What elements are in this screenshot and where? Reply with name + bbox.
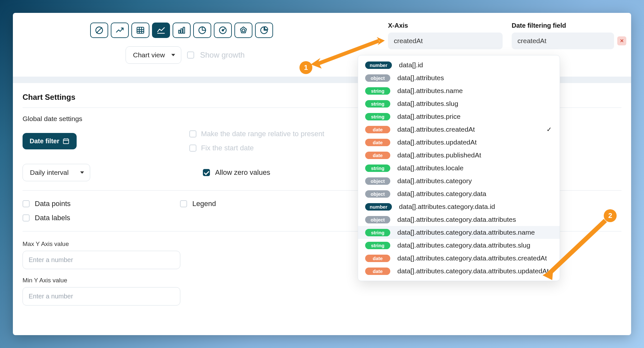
chart-type-table-icon[interactable] [131, 23, 149, 38]
field-path: data[].attributes.category.data.attribut… [397, 267, 549, 275]
field-option[interactable]: stringdata[].attributes.price [358, 110, 560, 123]
data-points-label: Data points [35, 200, 71, 208]
chart-type-line-icon[interactable] [111, 23, 129, 38]
fix-start-label: Fix the start date [201, 144, 254, 152]
settings-panel: Chart view Show growth Chart Settings Gl… [13, 13, 631, 335]
date-filter-button[interactable]: Date filter [23, 133, 77, 149]
field-option[interactable]: datedata[].attributes.category.data.attr… [358, 265, 560, 277]
date-filter-label: Date filter [30, 137, 59, 145]
relative-range-label: Make the date range relative to present [201, 130, 324, 138]
x-axis-heading: X-Axis [388, 22, 503, 29]
svg-rect-8 [179, 30, 180, 33]
field-path: data[].attributes.category.data.attribut… [397, 216, 538, 223]
date-filtering-value: createdAt [517, 37, 546, 44]
svg-rect-10 [183, 27, 185, 33]
field-path: data[].attributes.slug [397, 100, 538, 108]
allow-zero-label: Allow zero values [215, 168, 270, 177]
interval-label: Daily interval [30, 169, 69, 176]
field-path: data[].attributes.category.data.attribut… [397, 254, 547, 262]
data-labels-label: Data labels [35, 214, 70, 222]
data-labels-checkbox[interactable] [23, 214, 30, 221]
x-axis-field[interactable]: createdAt [388, 33, 503, 49]
legend-label: Legend [192, 200, 216, 208]
field-path: data[].attributes.updatedAt [397, 138, 538, 146]
field-path: data[].attributes.category.data.attribut… [397, 229, 538, 236]
field-path: data[].id [399, 61, 538, 69]
close-icon: ✕ [620, 38, 624, 44]
field-option[interactable]: objectdata[].attributes.category [358, 174, 560, 187]
chart-type-gauge-icon[interactable] [214, 23, 232, 38]
type-pill: number [365, 61, 392, 69]
x-axis-value: createdAt [394, 37, 423, 44]
field-path: data[].attributes [397, 74, 538, 82]
check-icon: ✓ [545, 126, 553, 133]
field-path: data[].attributes.createdAt [397, 126, 538, 133]
field-option[interactable]: stringdata[].attributes.category.data.at… [358, 226, 560, 239]
chart-type-pie-icon[interactable] [255, 23, 273, 38]
type-pill: date [365, 152, 390, 159]
chart-type-none-icon[interactable] [90, 23, 108, 38]
type-pill: string [365, 165, 390, 172]
allow-zero-checkbox[interactable] [203, 169, 210, 176]
type-pill: date [365, 139, 390, 146]
field-dropdown[interactable]: numberdata[].idobjectdata[].attributesst… [358, 55, 560, 281]
type-pill: number [365, 203, 392, 211]
type-pill: date [365, 255, 390, 262]
field-option[interactable]: numberdata[].id [358, 59, 560, 71]
max-y-input[interactable] [23, 251, 180, 269]
type-pill: object [365, 216, 390, 223]
svg-rect-9 [181, 29, 183, 33]
field-option[interactable]: stringdata[].attributes.name [358, 84, 560, 97]
date-filtering-field[interactable]: createdAt [512, 33, 614, 49]
svg-rect-2 [137, 27, 144, 33]
show-growth-label: Show growth [200, 51, 245, 60]
type-pill: string [365, 242, 390, 249]
axis-config-area: X-Axis createdAt Date filtering field cr… [388, 22, 626, 281]
data-points-checkbox[interactable] [23, 200, 30, 207]
type-pill: string [365, 113, 390, 120]
field-option[interactable]: objectdata[].attributes [358, 71, 560, 84]
field-path: data[].attributes.publishedAt [397, 151, 538, 159]
svg-line-1 [97, 28, 102, 33]
type-pill: date [365, 268, 390, 275]
type-pill: object [365, 177, 390, 185]
remove-date-filter-button[interactable]: ✕ [617, 36, 626, 45]
chart-view-select[interactable]: Chart view [126, 46, 181, 64]
fix-start-checkbox[interactable] [189, 145, 196, 152]
field-option[interactable]: stringdata[].attributes.slug [358, 97, 560, 110]
legend-checkbox[interactable] [180, 200, 187, 207]
chart-type-bar-icon[interactable] [173, 23, 191, 38]
field-path: data[].attributes.price [397, 113, 538, 120]
type-pill: string [365, 100, 390, 108]
min-y-input[interactable] [23, 287, 180, 306]
show-growth-checkbox[interactable] [187, 52, 194, 59]
field-option[interactable]: datedata[].attributes.updatedAt [358, 136, 560, 149]
field-option[interactable]: objectdata[].attributes.category.data.at… [358, 213, 560, 226]
field-path: data[].attributes.category.data.attribut… [397, 241, 538, 249]
chart-type-donut-icon[interactable] [193, 23, 211, 38]
svg-marker-16 [242, 29, 245, 32]
calendar-icon [62, 137, 70, 145]
date-filtering-heading: Date filtering field [512, 22, 626, 29]
chart-type-radar-icon[interactable] [234, 23, 252, 38]
relative-range-checkbox[interactable] [189, 130, 196, 137]
type-pill: string [365, 229, 390, 236]
chevron-down-icon [171, 54, 175, 56]
field-option[interactable]: datedata[].attributes.createdAt✓ [358, 123, 560, 136]
type-pill: date [365, 126, 390, 133]
field-path: data[].attributes.name [397, 87, 538, 95]
chart-view-label: Chart view [133, 51, 165, 59]
type-pill: object [365, 190, 390, 198]
field-option[interactable]: datedata[].attributes.publishedAt [358, 149, 560, 162]
field-option[interactable]: stringdata[].attributes.locale [358, 162, 560, 174]
interval-select[interactable]: Daily interval [23, 164, 90, 181]
type-pill: object [365, 74, 390, 82]
field-path: data[].attributes.category.data.id [399, 203, 538, 211]
field-option[interactable]: objectdata[].attributes.category.data [358, 187, 560, 200]
field-option[interactable]: numberdata[].attributes.category.data.id [358, 200, 560, 213]
field-path: data[].attributes.category.data [397, 190, 538, 198]
chart-type-area-icon[interactable] [152, 23, 170, 38]
svg-rect-17 [63, 139, 69, 144]
field-option[interactable]: stringdata[].attributes.category.data.at… [358, 239, 560, 252]
field-option[interactable]: datedata[].attributes.category.data.attr… [358, 252, 560, 265]
